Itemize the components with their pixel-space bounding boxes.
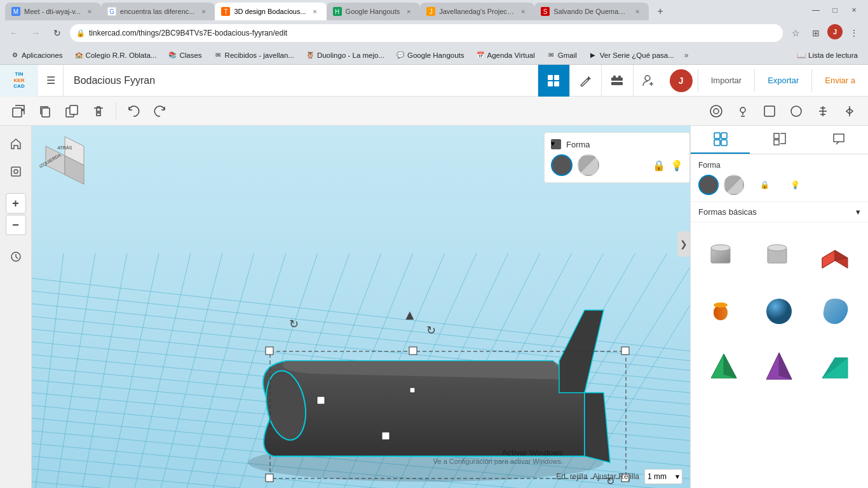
panel-lock-icon[interactable]: 🔒 xyxy=(754,175,775,195)
bookmark-hangouts[interactable]: 💬 Google Hangouts xyxy=(391,50,470,61)
close-button[interactable]: × xyxy=(845,1,863,19)
tab-meet[interactable]: M Meet - dti-wyaj-v... × xyxy=(5,3,101,20)
tab-close-jav[interactable]: × xyxy=(518,6,528,17)
bookmark-gmail[interactable]: ✉ Gmail xyxy=(541,50,582,61)
user-avatar[interactable]: J xyxy=(670,69,693,92)
shape-outline-button[interactable] xyxy=(757,99,782,123)
import-button[interactable]: Importar xyxy=(698,69,754,92)
new-tab-button[interactable]: + xyxy=(651,3,669,20)
camera-button[interactable] xyxy=(704,99,728,123)
tab-jav[interactable]: J Javellanedag's Project... × xyxy=(420,3,534,20)
profile-button[interactable]: J xyxy=(827,24,843,39)
svg-point-18 xyxy=(14,170,18,173)
shape-item-cube-red[interactable] xyxy=(810,230,860,281)
forward-button[interactable]: → xyxy=(27,24,44,42)
mirror-button[interactable] xyxy=(837,99,862,123)
canvas-area[interactable]: ↻ ▲ ↻ ↻ ATRÁS IZQUIERDA xyxy=(32,126,690,488)
star-button[interactable]: ☆ xyxy=(787,24,804,42)
maximize-button[interactable]: □ xyxy=(826,1,844,19)
tab-sal[interactable]: S Salvando De Quemadi... × xyxy=(534,3,649,20)
bookmark-aplicaciones[interactable]: ⚙ Aplicaciones xyxy=(5,50,68,61)
tabs-container: M Meet - dti-wyaj-v... × G encuentra las… xyxy=(5,0,802,20)
shape-item-cylinder[interactable] xyxy=(754,230,805,281)
tab-3d[interactable]: T 3D design Bodacious... × xyxy=(215,3,326,20)
new-shape-button[interactable] xyxy=(6,99,31,123)
svg-point-8 xyxy=(645,76,650,81)
panel-collapse-button[interactable]: ❯ xyxy=(677,231,690,257)
bookmark-clases[interactable]: 📚 Clases xyxy=(163,50,207,61)
duplicate-button[interactable] xyxy=(60,99,84,123)
tab-close-meet[interactable]: × xyxy=(85,6,95,17)
tab-hangouts[interactable]: H Google Hangouts × xyxy=(327,3,421,20)
send-button[interactable]: Enviar a xyxy=(811,69,868,92)
extensions-button[interactable]: ⊞ xyxy=(807,24,825,42)
bookmark-serie[interactable]: ▶ Ver Serie ¿Qué pasa... xyxy=(583,50,679,61)
url-bar[interactable]: 🔒 tinkercad.com/things/2BC9B4TVs7E-bodac… xyxy=(70,24,783,42)
tab-google[interactable]: G encuentra las diferenc... × xyxy=(101,3,215,20)
shape-item-sphere-blue[interactable] xyxy=(754,286,805,337)
forma-lock-icon[interactable]: 🔒 xyxy=(653,159,665,172)
hammer-button[interactable] xyxy=(569,65,601,97)
home-view-button[interactable] xyxy=(4,132,27,155)
tab-close-sal[interactable]: × xyxy=(632,6,642,17)
circle-outline-button[interactable] xyxy=(784,99,808,123)
reading-list-button[interactable]: 📖 Lista de lectura xyxy=(792,50,863,61)
grid-input[interactable]: 1 mm ▾ xyxy=(644,469,682,484)
shape-item-cylinder-orange[interactable] xyxy=(698,286,749,337)
tab-close-hangouts[interactable]: × xyxy=(403,6,414,17)
panel-swatch-gradient[interactable] xyxy=(724,175,744,195)
shapes-dropdown[interactable]: ▾ xyxy=(856,207,860,217)
delete-button[interactable] xyxy=(86,99,111,123)
bookmark-label-duolingo: Duolingo - La mejo... xyxy=(317,51,384,59)
tinkercad-logo[interactable]: TIN KER CAD xyxy=(0,65,38,97)
export-button[interactable]: Exportar xyxy=(754,69,811,92)
back-button[interactable]: ← xyxy=(5,24,23,42)
zoom-in-button[interactable]: + xyxy=(6,193,26,214)
panel-tab-layout[interactable] xyxy=(750,126,809,154)
tab-close-google[interactable]: × xyxy=(198,6,208,17)
light-button[interactable] xyxy=(731,99,755,123)
bookmark-duolingo[interactable]: 🦉 Duolingo - La mejo... xyxy=(301,50,390,61)
refresh-button[interactable]: ↻ xyxy=(48,24,66,42)
tab-close-3d[interactable]: × xyxy=(310,6,320,17)
panel-swatch-dark[interactable] xyxy=(698,175,719,195)
forma-swatch-gradient[interactable] xyxy=(578,154,599,176)
activate-windows-watermark: Activar Windows Ve a Configuración para … xyxy=(433,448,563,465)
menu-toggle-button[interactable]: ☰ xyxy=(38,65,64,97)
forma-swatch-dark[interactable] xyxy=(551,154,573,176)
minimize-button[interactable]: — xyxy=(807,1,825,19)
bookmark-recibidos[interactable]: ✉ Recibidos - javellan... xyxy=(208,50,299,61)
shape-item-pyramid-green[interactable] xyxy=(698,341,749,392)
brick-button[interactable] xyxy=(601,65,633,97)
bookmark-agenda[interactable]: 📅 Agenda Virtual xyxy=(471,50,540,61)
tinkercad-topbar: TIN KER CAD ☰ Bodacious Fyyran xyxy=(0,65,868,97)
redo-button[interactable] xyxy=(148,99,172,123)
shape-item-cone-purple[interactable] xyxy=(754,341,805,392)
svg-rect-6 xyxy=(613,76,616,78)
orientation-cube[interactable]: ATRÁS IZQUIERDA xyxy=(39,133,90,191)
panel-tab-shapes[interactable] xyxy=(691,126,750,154)
shapes-title: Formas básicas xyxy=(698,207,856,217)
forma-panel-collapse[interactable]: ▾ xyxy=(551,139,561,149)
address-bar-actions: ☆ ⊞ J ⋮ xyxy=(787,24,863,42)
grid-view-button[interactable] xyxy=(538,65,569,97)
bookmark-colegio[interactable]: 🏫 Colegio R.R. Oblata... xyxy=(69,50,162,61)
undo-button[interactable] xyxy=(121,99,146,123)
panel-tab-chat[interactable] xyxy=(809,126,868,154)
align-button[interactable] xyxy=(811,99,835,123)
more-button[interactable]: ⋮ xyxy=(845,24,863,42)
forma-light-icon[interactable]: 💡 xyxy=(670,159,683,172)
bookmarks-more-button[interactable]: » xyxy=(681,50,693,61)
shape-item-wedge-teal[interactable] xyxy=(810,341,860,392)
fit-view-button[interactable] xyxy=(4,160,27,183)
svg-text:▲: ▲ xyxy=(403,307,417,323)
copy-button[interactable] xyxy=(33,99,57,123)
reset-view-button[interactable] xyxy=(4,245,27,268)
svg-marker-97 xyxy=(724,354,736,378)
zoom-out-button[interactable]: − xyxy=(6,215,26,235)
panel-light-icon[interactable]: 💡 xyxy=(785,175,805,195)
shape-item-metal-cylinder[interactable] xyxy=(698,230,749,281)
add-user-button[interactable] xyxy=(633,65,665,97)
shape-item-blob-blue[interactable] xyxy=(810,286,860,337)
zoom-controls: + − xyxy=(6,193,26,235)
